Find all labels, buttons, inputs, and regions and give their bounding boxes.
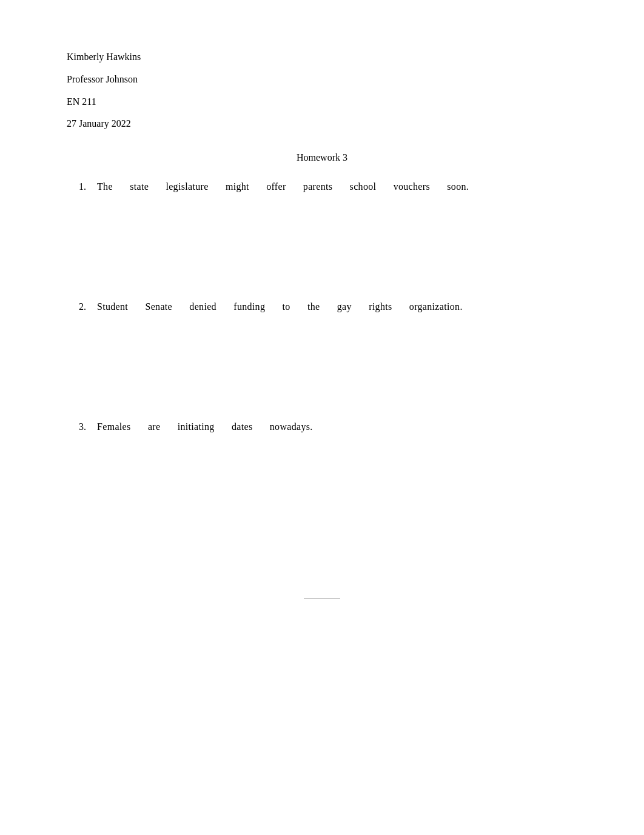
item-sentence-3: Females are initiating dates nowadays. bbox=[97, 421, 313, 432]
submission-date: 27 January 2022 bbox=[67, 115, 577, 133]
list-item: 1. The state legislature might offer par… bbox=[67, 181, 577, 192]
course-name: EN 211 bbox=[67, 93, 577, 111]
professor-name: Professor Johnson bbox=[67, 71, 577, 89]
page: Kimberly Hawkins Professor Johnson EN 21… bbox=[0, 0, 644, 835]
item-number-1: 1. bbox=[79, 181, 97, 192]
header-block: Kimberly Hawkins Professor Johnson EN 21… bbox=[67, 49, 577, 133]
item-number-3: 3. bbox=[79, 421, 97, 432]
list-item: 3. Females are initiating dates nowadays… bbox=[67, 421, 577, 432]
item-number-2: 2. bbox=[79, 301, 97, 312]
page-divider bbox=[304, 598, 340, 599]
item-sentence-1: The state legislature might offer parent… bbox=[97, 181, 469, 192]
homework-title: Homework 3 bbox=[297, 152, 347, 163]
numbered-list: 1. The state legislature might offer par… bbox=[67, 181, 577, 432]
student-name: Kimberly Hawkins bbox=[67, 49, 577, 66]
item-sentence-2: Student Senate denied funding to the gay… bbox=[97, 301, 463, 312]
list-item: 2. Student Senate denied funding to the … bbox=[67, 301, 577, 312]
homework-title-block: Homework 3 bbox=[67, 152, 577, 163]
